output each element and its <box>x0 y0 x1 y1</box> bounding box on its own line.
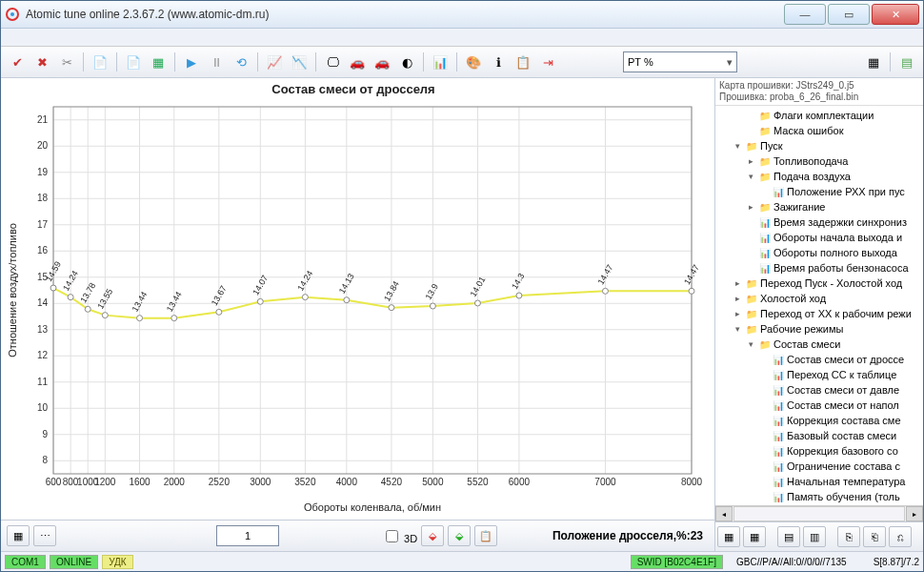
map-tree[interactable]: 📁Флаги комплектации📁Маска ошибок▾📁Пуск▸📁… <box>715 106 923 505</box>
svg-text:14.3: 14.3 <box>510 272 526 291</box>
apply-icon[interactable]: ✔ <box>7 51 28 72</box>
side-toolbar: ▦ ▦ ▤ ▥ ⎘ ⎗ ⎌ <box>715 521 923 551</box>
tree-item[interactable]: 📊Ограничение состава с <box>715 459 923 474</box>
side-btn-6[interactable]: ⎗ <box>863 526 886 547</box>
svg-text:7000: 7000 <box>594 477 616 487</box>
tree-item[interactable]: ▸📁Зажигание <box>715 199 923 214</box>
gauge-icon[interactable]: ◐ <box>396 51 417 72</box>
svg-text:2000: 2000 <box>164 477 186 487</box>
refresh-icon[interactable]: ⟲ <box>231 51 251 72</box>
side-btn-3[interactable]: ▤ <box>777 526 800 547</box>
side-btn-7[interactable]: ⎌ <box>889 526 912 547</box>
doc-icon[interactable]: 📄 <box>123 51 144 72</box>
chart-icon: 📊 <box>772 444 785 458</box>
minimize-button[interactable]: — <box>784 4 826 25</box>
monitor-icon[interactable]: 🖵 <box>322 51 343 72</box>
side-btn-2[interactable]: ▦ <box>743 526 766 547</box>
side-btn-5[interactable]: ⎘ <box>837 526 860 547</box>
svg-text:600: 600 <box>46 477 62 487</box>
panel-icon[interactable]: ▤ <box>896 51 917 72</box>
info-icon[interactable]: ℹ <box>488 51 509 72</box>
folder-icon: 📁 <box>745 307 758 320</box>
tree-item[interactable]: 📊Начальная температура <box>715 474 923 489</box>
tree-item[interactable]: 📊Состав смеси от дроссе <box>715 352 923 367</box>
side-btn-1[interactable]: ▦ <box>717 526 740 547</box>
table-button[interactable]: ▦ <box>7 525 30 546</box>
svg-text:17: 17 <box>37 219 49 230</box>
tree-item[interactable]: 📊Состав смеси от давле <box>715 382 923 398</box>
tree-item[interactable]: 📊Положение РХХ при пус <box>715 184 923 199</box>
tree-item[interactable]: 📊Обороты начала выхода и <box>715 230 923 245</box>
car-blue-icon[interactable]: 🚗 <box>347 51 368 72</box>
line-chart[interactable]: Состав смеси от дросселя8910111213141516… <box>1 78 706 517</box>
play-icon[interactable]: ▶ <box>181 51 202 72</box>
scroll-left-icon[interactable]: ◂ <box>715 506 733 521</box>
marker-red-icon[interactable]: ⬙ <box>421 525 444 546</box>
pause-icon[interactable]: ⏸ <box>206 51 227 72</box>
row-input[interactable] <box>216 525 279 546</box>
tree-item[interactable]: 📁Флаги комплектации <box>715 108 923 123</box>
chart1-icon[interactable]: 📈 <box>264 51 285 72</box>
marker-green-icon[interactable]: ⬙ <box>448 525 471 546</box>
unit-combo[interactable]: PT % ▾ <box>623 51 737 72</box>
scroll-right-icon[interactable]: ▸ <box>906 506 923 521</box>
tree-item[interactable]: ▾📁Состав смеси <box>715 337 923 352</box>
tree-item[interactable]: ▸📁Переход Пуск - Холостой ход <box>715 276 923 291</box>
tree-item[interactable]: 📊Состав смеси от напол <box>715 398 923 413</box>
close-button[interactable]: ✕ <box>872 4 919 25</box>
svg-text:5000: 5000 <box>422 477 444 487</box>
folder-icon: 📁 <box>758 124 772 137</box>
svg-text:14: 14 <box>37 297 49 308</box>
copy-icon[interactable]: 📄 <box>90 51 110 72</box>
svg-point-88 <box>474 300 480 306</box>
svg-text:1200: 1200 <box>94 477 116 487</box>
exit-icon[interactable]: ⇥ <box>537 51 558 72</box>
tree-item[interactable]: ▾📁Рабочие режимы <box>715 321 923 337</box>
copy2-icon[interactable]: 📋 <box>474 525 497 546</box>
svg-point-66 <box>68 295 73 300</box>
side-btn-4[interactable]: ▥ <box>803 526 826 547</box>
maximize-button[interactable]: ▭ <box>828 4 870 25</box>
tools-icon[interactable]: ✂ <box>56 51 77 72</box>
tree-item[interactable]: ▾📁Пуск <box>715 138 923 153</box>
bars-icon[interactable]: 📊 <box>430 51 451 72</box>
folder-icon: 📁 <box>758 337 772 351</box>
tree-item[interactable]: 📊Память обучения (толь <box>715 489 923 504</box>
palette-icon[interactable]: 🎨 <box>463 51 484 72</box>
cancel-icon[interactable]: ✖ <box>31 51 52 72</box>
svg-point-68 <box>85 306 90 312</box>
more-button[interactable]: ⋯ <box>33 525 56 546</box>
tree-item[interactable]: ▸📁Топливоподача <box>715 153 923 169</box>
svg-text:13.9: 13.9 <box>423 282 439 301</box>
svg-point-86 <box>430 303 435 309</box>
car-red-icon[interactable]: 🚗 <box>372 51 392 72</box>
chart2-icon[interactable]: 📉 <box>289 51 310 72</box>
tree-item[interactable]: 📊Время работы бензонасоса <box>715 260 923 276</box>
tree-hscroll[interactable]: ◂ ▸ <box>715 505 923 521</box>
tree-item[interactable]: 📊Базовый состав смеси <box>715 428 923 443</box>
tree-item[interactable]: 📊Обороты полного выхода <box>715 245 923 260</box>
svg-text:16: 16 <box>37 245 49 255</box>
tree-item[interactable]: 📊Коррекция состава сме <box>715 413 923 428</box>
grid-icon[interactable]: ▦ <box>863 51 884 72</box>
chip-icon[interactable]: ▦ <box>148 51 169 72</box>
menubar <box>1 29 923 47</box>
tree-item[interactable]: 📁Маска ошибок <box>715 123 923 138</box>
cb-3d[interactable]: 3D <box>382 527 417 545</box>
tree-pane: Карта прошивки: JStrs249_0.j5 Прошивка: … <box>715 78 923 551</box>
tree-item[interactable]: ▸📁Переход от ХХ к рабочим режи <box>715 306 923 321</box>
status-gbc: GBC//P/A//All:0//0/0//7135 <box>736 557 847 567</box>
svg-point-92 <box>602 288 608 294</box>
note-icon[interactable]: 📋 <box>512 51 533 72</box>
tree-item[interactable]: 📊Коррекция базового со <box>715 443 923 459</box>
status-s: S[8.87]/7.2 <box>874 557 919 567</box>
chart-icon: 📊 <box>758 246 772 259</box>
svg-text:13.44: 13.44 <box>165 290 184 314</box>
titlebar[interactable]: Atomic tune online 2.3.67.2 (www.atomic-… <box>1 1 923 29</box>
tree-item[interactable]: 📊Время задержки синхрониз <box>715 214 923 230</box>
svg-text:Состав смеси от дросселя: Состав смеси от дросселя <box>271 82 434 96</box>
tree-item[interactable]: 📊Переход СС к таблице <box>715 367 923 382</box>
tree-item[interactable]: ▾📁Подача воздуха <box>715 169 923 184</box>
svg-point-70 <box>102 313 108 318</box>
tree-item[interactable]: ▸📁Холостой ход <box>715 291 923 306</box>
